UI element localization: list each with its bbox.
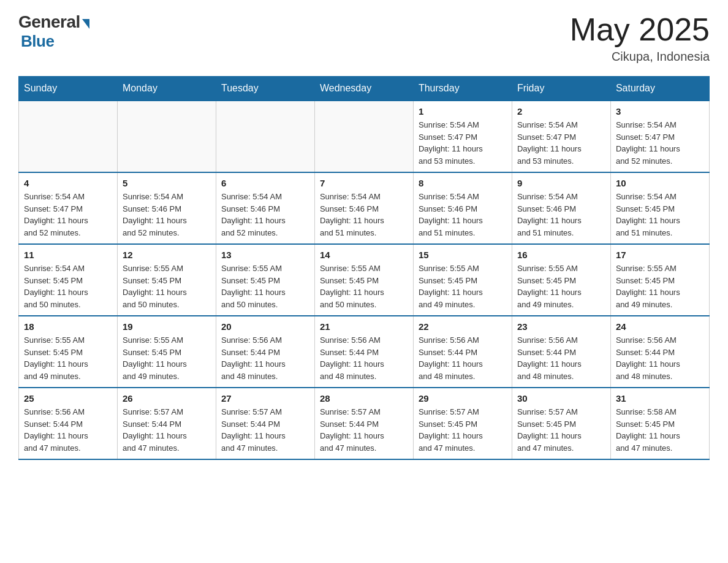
day-number: 23 bbox=[517, 321, 605, 332]
calendar-cell: 8Sunrise: 5:54 AM Sunset: 5:46 PM Daylig… bbox=[413, 172, 512, 244]
day-number: 30 bbox=[517, 393, 605, 404]
logo: General Blue bbox=[18, 12, 89, 51]
calendar-week-row: 11Sunrise: 5:54 AM Sunset: 5:45 PM Dayli… bbox=[19, 244, 710, 316]
day-number: 2 bbox=[517, 106, 605, 117]
calendar-cell: 9Sunrise: 5:54 AM Sunset: 5:46 PM Daylig… bbox=[512, 172, 610, 244]
calendar-cell: 5Sunrise: 5:54 AM Sunset: 5:46 PM Daylig… bbox=[117, 172, 216, 244]
day-info: Sunrise: 5:57 AM Sunset: 5:45 PM Dayligh… bbox=[517, 406, 605, 454]
page-title: May 2025 bbox=[570, 12, 710, 47]
calendar-cell: 17Sunrise: 5:55 AM Sunset: 5:45 PM Dayli… bbox=[610, 244, 709, 316]
calendar-cell: 2Sunrise: 5:54 AM Sunset: 5:47 PM Daylig… bbox=[512, 101, 610, 172]
day-info: Sunrise: 5:56 AM Sunset: 5:44 PM Dayligh… bbox=[24, 406, 112, 454]
day-number: 16 bbox=[517, 250, 605, 260]
day-number: 24 bbox=[616, 321, 704, 332]
day-info: Sunrise: 5:54 AM Sunset: 5:45 PM Dayligh… bbox=[24, 262, 112, 310]
calendar-table: SundayMondayTuesdayWednesdayThursdayFrid… bbox=[18, 76, 710, 460]
column-header-monday: Monday bbox=[117, 77, 216, 101]
calendar-cell: 3Sunrise: 5:54 AM Sunset: 5:47 PM Daylig… bbox=[610, 101, 709, 172]
day-number: 5 bbox=[123, 178, 211, 188]
calendar-cell: 14Sunrise: 5:55 AM Sunset: 5:45 PM Dayli… bbox=[314, 244, 413, 316]
day-info: Sunrise: 5:56 AM Sunset: 5:44 PM Dayligh… bbox=[221, 334, 309, 382]
calendar-cell: 19Sunrise: 5:55 AM Sunset: 5:45 PM Dayli… bbox=[117, 316, 216, 388]
calendar-cell: 12Sunrise: 5:55 AM Sunset: 5:45 PM Dayli… bbox=[117, 244, 216, 316]
column-header-friday: Friday bbox=[512, 77, 610, 101]
calendar-cell: 20Sunrise: 5:56 AM Sunset: 5:44 PM Dayli… bbox=[216, 316, 314, 388]
page-header: General Blue May 2025 Cikupa, Indonesia bbox=[18, 12, 710, 64]
day-info: Sunrise: 5:58 AM Sunset: 5:45 PM Dayligh… bbox=[616, 406, 704, 454]
day-number: 14 bbox=[320, 250, 408, 260]
day-info: Sunrise: 5:57 AM Sunset: 5:44 PM Dayligh… bbox=[320, 406, 408, 454]
calendar-cell: 6Sunrise: 5:54 AM Sunset: 5:46 PM Daylig… bbox=[216, 172, 314, 244]
calendar-cell: 31Sunrise: 5:58 AM Sunset: 5:45 PM Dayli… bbox=[610, 388, 709, 459]
day-info: Sunrise: 5:55 AM Sunset: 5:45 PM Dayligh… bbox=[517, 262, 605, 310]
calendar-cell: 16Sunrise: 5:55 AM Sunset: 5:45 PM Dayli… bbox=[512, 244, 610, 316]
day-number: 27 bbox=[221, 393, 309, 404]
day-number: 19 bbox=[123, 321, 211, 332]
day-info: Sunrise: 5:55 AM Sunset: 5:45 PM Dayligh… bbox=[221, 262, 309, 310]
day-number: 15 bbox=[419, 250, 507, 260]
day-info: Sunrise: 5:54 AM Sunset: 5:46 PM Dayligh… bbox=[320, 191, 408, 239]
day-info: Sunrise: 5:57 AM Sunset: 5:45 PM Dayligh… bbox=[419, 406, 507, 454]
calendar-cell: 13Sunrise: 5:55 AM Sunset: 5:45 PM Dayli… bbox=[216, 244, 314, 316]
logo-arrow-icon bbox=[82, 19, 89, 29]
column-header-saturday: Saturday bbox=[610, 77, 709, 101]
calendar-cell bbox=[314, 101, 413, 172]
day-number: 31 bbox=[616, 393, 704, 404]
day-info: Sunrise: 5:54 AM Sunset: 5:46 PM Dayligh… bbox=[221, 191, 309, 239]
logo-blue-text: Blue bbox=[21, 32, 54, 50]
day-number: 21 bbox=[320, 321, 408, 332]
calendar-cell: 23Sunrise: 5:56 AM Sunset: 5:44 PM Dayli… bbox=[512, 316, 610, 388]
calendar-week-row: 18Sunrise: 5:55 AM Sunset: 5:45 PM Dayli… bbox=[19, 316, 710, 388]
day-info: Sunrise: 5:56 AM Sunset: 5:44 PM Dayligh… bbox=[320, 334, 408, 382]
column-header-thursday: Thursday bbox=[413, 77, 512, 101]
logo-general-text: General bbox=[18, 12, 80, 32]
day-info: Sunrise: 5:56 AM Sunset: 5:44 PM Dayligh… bbox=[616, 334, 704, 382]
calendar-cell: 11Sunrise: 5:54 AM Sunset: 5:45 PM Dayli… bbox=[19, 244, 118, 316]
column-header-sunday: Sunday bbox=[19, 77, 118, 101]
day-info: Sunrise: 5:54 AM Sunset: 5:47 PM Dayligh… bbox=[616, 119, 704, 167]
day-info: Sunrise: 5:55 AM Sunset: 5:45 PM Dayligh… bbox=[123, 334, 211, 382]
day-number: 11 bbox=[24, 250, 112, 260]
calendar-cell: 28Sunrise: 5:57 AM Sunset: 5:44 PM Dayli… bbox=[314, 388, 413, 459]
day-number: 29 bbox=[419, 393, 507, 404]
calendar-cell: 26Sunrise: 5:57 AM Sunset: 5:44 PM Dayli… bbox=[117, 388, 216, 459]
page-subtitle: Cikupa, Indonesia bbox=[570, 50, 710, 64]
day-info: Sunrise: 5:56 AM Sunset: 5:44 PM Dayligh… bbox=[419, 334, 507, 382]
day-info: Sunrise: 5:54 AM Sunset: 5:47 PM Dayligh… bbox=[517, 119, 605, 167]
calendar-header-row: SundayMondayTuesdayWednesdayThursdayFrid… bbox=[19, 77, 710, 101]
calendar-cell: 29Sunrise: 5:57 AM Sunset: 5:45 PM Dayli… bbox=[413, 388, 512, 459]
day-info: Sunrise: 5:55 AM Sunset: 5:45 PM Dayligh… bbox=[123, 262, 211, 310]
calendar-cell: 10Sunrise: 5:54 AM Sunset: 5:45 PM Dayli… bbox=[610, 172, 709, 244]
day-number: 6 bbox=[221, 178, 309, 188]
calendar-week-row: 25Sunrise: 5:56 AM Sunset: 5:44 PM Dayli… bbox=[19, 388, 710, 459]
day-number: 13 bbox=[221, 250, 309, 260]
day-number: 8 bbox=[419, 178, 507, 188]
calendar-cell: 4Sunrise: 5:54 AM Sunset: 5:47 PM Daylig… bbox=[19, 172, 118, 244]
day-number: 20 bbox=[221, 321, 309, 332]
day-info: Sunrise: 5:56 AM Sunset: 5:44 PM Dayligh… bbox=[517, 334, 605, 382]
day-info: Sunrise: 5:54 AM Sunset: 5:45 PM Dayligh… bbox=[616, 191, 704, 239]
day-info: Sunrise: 5:54 AM Sunset: 5:47 PM Dayligh… bbox=[24, 191, 112, 239]
day-info: Sunrise: 5:54 AM Sunset: 5:46 PM Dayligh… bbox=[123, 191, 211, 239]
day-info: Sunrise: 5:54 AM Sunset: 5:47 PM Dayligh… bbox=[419, 119, 507, 167]
day-info: Sunrise: 5:57 AM Sunset: 5:44 PM Dayligh… bbox=[123, 406, 211, 454]
day-number: 4 bbox=[24, 178, 112, 188]
calendar-cell: 1Sunrise: 5:54 AM Sunset: 5:47 PM Daylig… bbox=[413, 101, 512, 172]
day-info: Sunrise: 5:54 AM Sunset: 5:46 PM Dayligh… bbox=[517, 191, 605, 239]
calendar-cell: 25Sunrise: 5:56 AM Sunset: 5:44 PM Dayli… bbox=[19, 388, 118, 459]
day-number: 28 bbox=[320, 393, 408, 404]
calendar-cell: 22Sunrise: 5:56 AM Sunset: 5:44 PM Dayli… bbox=[413, 316, 512, 388]
title-section: May 2025 Cikupa, Indonesia bbox=[570, 12, 710, 64]
day-number: 1 bbox=[419, 106, 507, 117]
calendar-week-row: 1Sunrise: 5:54 AM Sunset: 5:47 PM Daylig… bbox=[19, 101, 710, 172]
day-info: Sunrise: 5:55 AM Sunset: 5:45 PM Dayligh… bbox=[24, 334, 112, 382]
day-number: 3 bbox=[616, 106, 704, 117]
day-number: 10 bbox=[616, 178, 704, 188]
day-number: 12 bbox=[123, 250, 211, 260]
day-number: 25 bbox=[24, 393, 112, 404]
day-number: 7 bbox=[320, 178, 408, 188]
day-number: 18 bbox=[24, 321, 112, 332]
calendar-cell: 7Sunrise: 5:54 AM Sunset: 5:46 PM Daylig… bbox=[314, 172, 413, 244]
calendar-week-row: 4Sunrise: 5:54 AM Sunset: 5:47 PM Daylig… bbox=[19, 172, 710, 244]
calendar-cell bbox=[19, 101, 118, 172]
